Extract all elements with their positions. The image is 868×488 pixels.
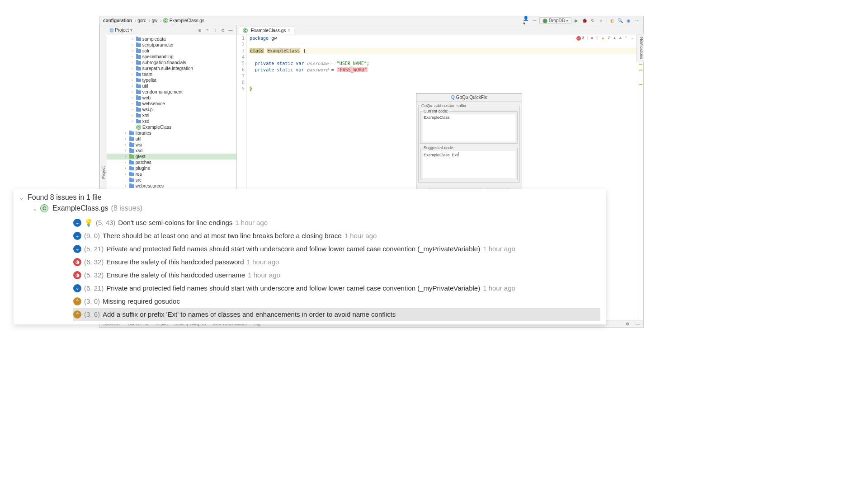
issue-item[interactable]: ◑ (5, 32) Ensure the safety of this hard… [73, 268, 600, 282]
issue-location: (3, 6) [84, 308, 100, 321]
inspection-badges[interactable]: – 3 | ●1 ▲7 ▲4 ⌃ ⌄ [576, 36, 634, 41]
folder-icon [129, 149, 134, 153]
tree-item[interactable]: › res [107, 171, 236, 177]
class-icon: C [136, 125, 141, 130]
issue-item[interactable]: ◑ (6, 32) Ensure the safety of this hard… [73, 255, 600, 268]
folder-icon [129, 131, 134, 135]
folder-icon [136, 38, 141, 41]
forward-icon[interactable]: ⤻ [633, 18, 640, 24]
tree-item[interactable]: › typelist [107, 77, 236, 83]
folder-icon [129, 143, 134, 147]
tree-item[interactable]: › surepath.suite.integration [107, 66, 236, 71]
issue-location: (9, 0) [84, 229, 100, 242]
chevron-down-icon[interactable]: ⌄ [19, 194, 24, 201]
issue-message: Ensure the safety of this hardcoded pass… [106, 255, 244, 268]
run-icon[interactable]: ▶ [573, 18, 580, 24]
tree-item[interactable]: › util [107, 83, 236, 89]
debug-icon[interactable]: 🐞 [581, 18, 588, 24]
user-icon[interactable]: 👤▾ [523, 18, 529, 24]
folder-icon [136, 96, 141, 100]
tree-item[interactable]: › webservice [107, 101, 236, 107]
breadcrumb-item[interactable]: gsrc [137, 18, 146, 23]
back-icon[interactable]: ⤺ [531, 18, 538, 24]
editor-tabs: C ExampleClass.gs × [237, 25, 643, 34]
tree-item[interactable]: › libraries [107, 130, 236, 136]
tree-item[interactable]: › sampledata [107, 36, 236, 42]
issue-item[interactable]: ⌃ (3, 0) Missing required gosudoc [73, 295, 600, 308]
issue-item[interactable]: ⌃ (3, 6) Add a suffix or prefix 'Ext' to… [73, 308, 600, 321]
tree-item[interactable]: › team [107, 71, 236, 77]
issues-header[interactable]: ⌄ Found 8 issues in 1 file [19, 193, 600, 202]
folder-icon [136, 43, 141, 47]
tree-item[interactable]: › specialhandling [107, 54, 236, 60]
issue-message: Private and protected field names should… [106, 242, 480, 255]
gear-icon[interactable]: ⚙ [626, 322, 629, 326]
issue-time: 1 hour ago [344, 229, 377, 242]
issue-item[interactable]: ⌄ (9, 0) There should be at least one an… [73, 229, 600, 242]
folder-icon [136, 120, 141, 123]
tree-item[interactable]: › gtest [107, 154, 236, 160]
folder-icon [136, 55, 141, 59]
tree-item[interactable]: › xsd [107, 148, 236, 154]
breadcrumb-item[interactable]: ExampleClass.gs [170, 18, 204, 23]
project-panel-title[interactable]: Project [115, 28, 129, 33]
target-icon[interactable]: ⊕ [197, 27, 203, 33]
tree-item[interactable]: src [107, 177, 236, 183]
tree-item[interactable]: › scriptparameter [107, 42, 236, 48]
refresh-icon[interactable]: ↻ [590, 18, 596, 24]
error-strip[interactable] [638, 34, 643, 320]
stop-icon[interactable]: ■ [598, 18, 604, 24]
tree-item[interactable]: › subrogation.financials [107, 60, 236, 66]
tree-item[interactable]: › solr [107, 48, 236, 54]
search-icon[interactable]: 🔍 [617, 18, 623, 24]
class-icon: C [243, 28, 248, 33]
project-dropdown-icon[interactable]: ▤ [109, 28, 113, 33]
collapse-icon[interactable]: ≡ [204, 27, 211, 33]
tree-item[interactable]: › webresources [107, 183, 236, 189]
issue-severity-icon: ◑ [73, 258, 81, 266]
breadcrumb-item[interactable]: gw [151, 18, 157, 23]
issue-time: 1 hour ago [247, 255, 279, 268]
tree-item[interactable]: › xml [107, 113, 236, 118]
close-icon[interactable]: × [288, 28, 290, 33]
folder-icon [129, 173, 134, 176]
expand-icon[interactable]: ↕ [212, 27, 218, 33]
folder-icon [129, 155, 134, 159]
gear-icon[interactable]: ⚙ [220, 27, 226, 33]
folder-icon [129, 178, 134, 182]
issues-file-row[interactable]: ⌄ C ExampleClass.gs (8 issues) [33, 204, 600, 212]
quickfix-dialog: Q GoQu QuickFix GoQu: add custom suffix … [416, 93, 522, 198]
hide-icon[interactable]: — [227, 27, 234, 33]
tree-item[interactable]: › web [107, 95, 236, 101]
tree-item[interactable]: CExampleClass [107, 124, 236, 130]
tree-item[interactable]: › xsd [107, 118, 236, 124]
issue-item[interactable]: ⌄ (5, 21) Private and protected field na… [73, 242, 600, 255]
issue-severity-icon: ⌄ [73, 284, 81, 292]
notifications-tool-button[interactable]: Notifications [637, 34, 644, 62]
issue-location: (5, 32) [84, 268, 104, 282]
run-config-dropdown[interactable]: ⬤ DropDB ▾ [539, 17, 572, 24]
editor-tab[interactable]: C ExampleClass.gs × [239, 27, 294, 34]
issue-location: (6, 21) [84, 282, 104, 295]
bulb-icon[interactable]: 💡 [84, 216, 93, 229]
tree-item[interactable]: › patches [107, 160, 236, 165]
chevron-down-icon[interactable]: ⌄ [33, 205, 38, 212]
pin-icon[interactable]: ◉ [625, 18, 632, 24]
tree-item[interactable]: › wsi [107, 142, 236, 148]
tree-item[interactable]: › util [107, 136, 236, 142]
vcs-icon[interactable]: ◐ [609, 18, 615, 24]
issue-message: Missing required gosudoc [103, 295, 180, 308]
issue-message: Private and protected field names should… [106, 282, 480, 295]
issue-item[interactable]: ⌄ (6, 21) Private and protected field na… [73, 282, 600, 295]
folder-icon [129, 167, 134, 170]
tree-item[interactable]: › wsi.pl [107, 107, 236, 113]
tree-item[interactable]: › plugins [107, 165, 236, 171]
breadcrumb-item[interactable]: configuration [103, 18, 132, 23]
tree-item[interactable]: › vendormanagement [107, 89, 236, 95]
current-code-label: Current code: [423, 109, 449, 113]
issue-message: Don't use semi-colons for line endings [118, 216, 232, 229]
hide-icon[interactable]: — [636, 322, 640, 326]
suggested-code-text[interactable]: ExampleClass_Ext [423, 151, 515, 178]
issue-item[interactable]: ⌄ 💡 (5, 43) Don't use semi-colons for li… [73, 216, 600, 229]
issue-severity-icon: ⌄ [73, 245, 81, 253]
